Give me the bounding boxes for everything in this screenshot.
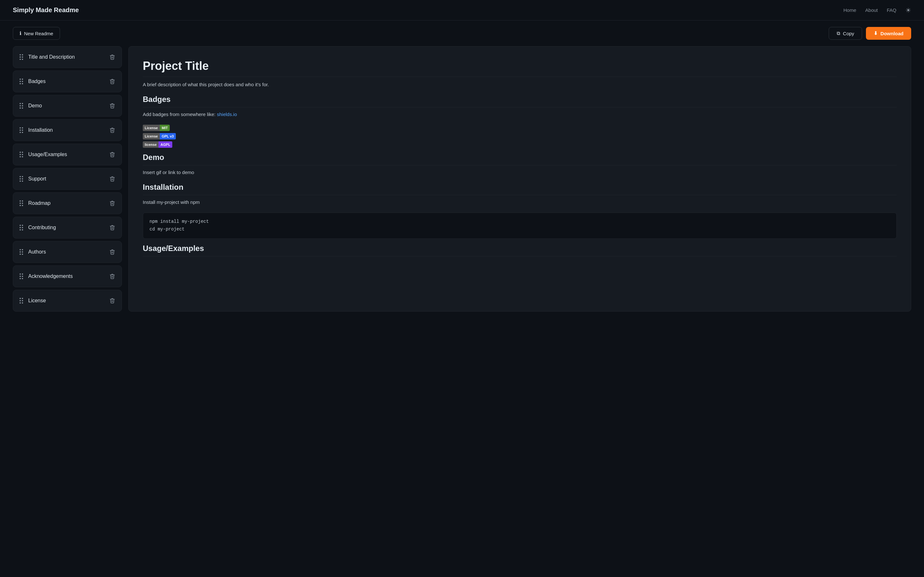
sidebar-item-license[interactable]: License bbox=[13, 290, 122, 311]
file-icon: ℹ bbox=[19, 31, 21, 36]
drag-handle[interactable] bbox=[18, 199, 24, 207]
main-content: Title and Description bbox=[0, 46, 924, 324]
preview-demo-heading: Demo bbox=[143, 153, 897, 165]
badge-item: License MIT bbox=[143, 125, 897, 131]
delete-section-button[interactable] bbox=[108, 223, 116, 232]
preview-badges-text: Add badges from somewhere like: shields.… bbox=[143, 111, 897, 118]
badge-item: License GPL v3 bbox=[143, 133, 897, 139]
copy-label: Copy bbox=[843, 31, 854, 36]
preview-title: Project Title bbox=[143, 59, 897, 77]
drag-handle[interactable] bbox=[18, 297, 24, 305]
code-line: npm install my-project bbox=[150, 218, 890, 226]
sidebar-item-badges[interactable]: Badges bbox=[13, 71, 122, 92]
section-label: License bbox=[28, 298, 108, 303]
toolbar: ℹ New Readme ⧉ Copy ⬇ Download bbox=[0, 21, 924, 46]
preview-usage-heading: Usage/Examples bbox=[143, 244, 897, 256]
header-nav: Home About FAQ ☀ bbox=[843, 6, 911, 14]
delete-section-button[interactable] bbox=[108, 297, 116, 305]
sidebar-item-title-description[interactable]: Title and Description bbox=[13, 46, 122, 68]
delete-section-button[interactable] bbox=[108, 248, 116, 256]
copy-button[interactable]: ⧉ Copy bbox=[829, 27, 862, 40]
delete-section-button[interactable] bbox=[108, 199, 116, 207]
drag-handle[interactable] bbox=[18, 248, 24, 256]
nav-home[interactable]: Home bbox=[843, 7, 856, 13]
section-label: Installation bbox=[28, 127, 108, 133]
nav-faq[interactable]: FAQ bbox=[887, 7, 897, 13]
delete-section-button[interactable] bbox=[108, 150, 116, 159]
section-label: Authors bbox=[28, 249, 108, 255]
nav-about[interactable]: About bbox=[865, 7, 878, 13]
toolbar-actions: ⧉ Copy ⬇ Download bbox=[829, 27, 911, 40]
section-label: Roadmap bbox=[28, 200, 108, 206]
new-readme-button[interactable]: ℹ New Readme bbox=[13, 27, 60, 40]
delete-section-button[interactable] bbox=[108, 53, 116, 61]
new-readme-label: New Readme bbox=[24, 31, 53, 36]
preview-installation-heading: Installation bbox=[143, 183, 897, 195]
section-label: Demo bbox=[28, 103, 108, 109]
section-label: Contributing bbox=[28, 225, 108, 230]
section-label: Title and Description bbox=[28, 54, 108, 60]
code-line: cd my-project bbox=[150, 226, 890, 234]
delete-section-button[interactable] bbox=[108, 272, 116, 280]
delete-section-button[interactable] bbox=[108, 126, 116, 134]
drag-handle[interactable] bbox=[18, 175, 24, 183]
download-icon: ⬇ bbox=[874, 31, 878, 36]
sidebar-item-support[interactable]: Support bbox=[13, 168, 122, 190]
preview-badges-heading: Badges bbox=[143, 95, 897, 107]
delete-section-button[interactable] bbox=[108, 77, 116, 85]
download-button[interactable]: ⬇ Download bbox=[866, 27, 911, 40]
header: Simply Made Readme Home About FAQ ☀ bbox=[0, 0, 924, 21]
section-label: Badges bbox=[28, 79, 108, 84]
drag-handle[interactable] bbox=[18, 77, 24, 85]
sidebar-item-authors[interactable]: Authors bbox=[13, 241, 122, 263]
copy-icon: ⧉ bbox=[837, 31, 840, 36]
drag-handle[interactable] bbox=[18, 126, 24, 134]
sidebar-item-installation[interactable]: Installation bbox=[13, 119, 122, 141]
sidebar-item-usage-examples[interactable]: Usage/Examples bbox=[13, 143, 122, 165]
installation-code-block: npm install my-projectcd my-project bbox=[143, 213, 897, 239]
sidebar-item-roadmap[interactable]: Roadmap bbox=[13, 192, 122, 214]
sidebar: Title and Description bbox=[13, 46, 122, 311]
preview-demo-text: Insert gif or link to demo bbox=[143, 169, 897, 176]
sidebar-item-contributing[interactable]: Contributing bbox=[13, 217, 122, 239]
delete-section-button[interactable] bbox=[108, 102, 116, 110]
drag-handle[interactable] bbox=[18, 53, 24, 61]
download-label: Download bbox=[880, 31, 903, 36]
sidebar-item-acknowledgements[interactable]: Acknowledgements bbox=[13, 266, 122, 287]
preview-installation-text: Install my-project with npm bbox=[143, 198, 897, 206]
sidebar-item-demo[interactable]: Demo bbox=[13, 95, 122, 117]
drag-handle[interactable] bbox=[18, 223, 24, 232]
badges-list: License MIT License GPL v3 license AGPL bbox=[143, 125, 897, 148]
delete-section-button[interactable] bbox=[108, 175, 116, 183]
app-logo: Simply Made Readme bbox=[13, 6, 79, 14]
preview-pane: Project Title A brief description of wha… bbox=[128, 46, 911, 311]
shields-link[interactable]: shields.io bbox=[217, 111, 237, 117]
section-label: Usage/Examples bbox=[28, 152, 108, 157]
badge-item: license AGPL bbox=[143, 141, 897, 148]
theme-toggle-button[interactable]: ☀ bbox=[905, 6, 911, 14]
drag-handle[interactable] bbox=[18, 102, 24, 110]
drag-handle[interactable] bbox=[18, 272, 24, 280]
drag-handle[interactable] bbox=[18, 150, 24, 159]
preview-description: A brief description of what this project… bbox=[143, 81, 897, 89]
badges-text-prefix: Add badges from somewhere like: bbox=[143, 111, 217, 117]
section-label: Support bbox=[28, 176, 108, 182]
section-label: Acknowledgements bbox=[28, 274, 108, 279]
